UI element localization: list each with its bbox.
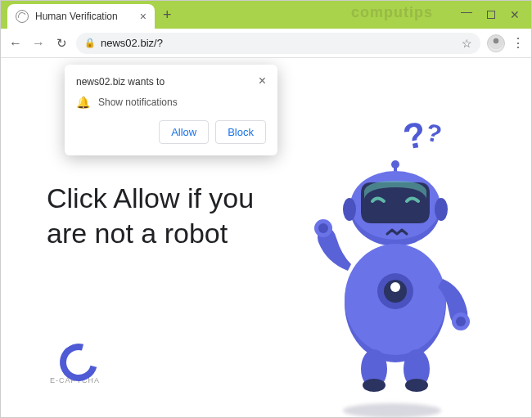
headline-text: Click Allow if you are not a robot xyxy=(47,181,259,250)
lock-icon: 🔒 xyxy=(84,38,96,48)
svg-point-17 xyxy=(363,379,385,392)
globe-icon xyxy=(16,10,29,23)
svg-point-4 xyxy=(343,198,356,221)
svg-point-5 xyxy=(435,198,448,221)
notification-text: Show notifications xyxy=(98,97,178,108)
new-tab-button[interactable]: + xyxy=(163,7,172,24)
allow-button[interactable]: Allow xyxy=(159,120,209,144)
toolbar: ← → ↻ 🔒 news02.biz/? ☆ ⋮ xyxy=(1,29,531,58)
question-marks: ? ? xyxy=(404,115,441,156)
svg-point-18 xyxy=(405,379,428,392)
titlebar: Human Verification × + computips — ✕ xyxy=(1,1,531,29)
svg-point-14 xyxy=(456,317,466,326)
ecaptcha-logo-icon xyxy=(61,345,89,373)
notification-permission-dialog: news02.biz wants to × 🔔 Show notificatio… xyxy=(65,65,277,155)
block-button[interactable]: Block xyxy=(215,120,266,144)
tab-title: Human Verification xyxy=(35,11,140,22)
close-window-button[interactable]: ✕ xyxy=(510,9,520,20)
notification-origin: news02.biz wants to xyxy=(76,76,259,88)
minimize-button[interactable]: — xyxy=(461,6,472,17)
close-dialog-icon[interactable]: × xyxy=(259,76,266,87)
window-controls: — ✕ xyxy=(461,1,526,29)
svg-point-10 xyxy=(390,282,400,292)
robot-svg-icon xyxy=(286,124,498,417)
shadow xyxy=(343,403,441,417)
profile-avatar[interactable] xyxy=(487,34,505,52)
address-bar[interactable]: 🔒 news02.biz/? ☆ xyxy=(76,33,480,54)
bookmark-star-icon[interactable]: ☆ xyxy=(462,37,472,50)
active-tab[interactable]: Human Verification × xyxy=(7,4,155,29)
watermark-text: computips xyxy=(351,4,433,21)
url-text: news02.biz/? xyxy=(101,37,163,49)
robot-illustration: ? ? xyxy=(286,124,498,417)
question-mark-icon: ? xyxy=(423,118,444,148)
bell-icon: 🔔 xyxy=(76,96,90,109)
reload-button[interactable]: ↻ xyxy=(53,36,70,51)
browser-window: Human Verification × + computips — ✕ ← →… xyxy=(0,0,532,418)
menu-button[interactable]: ⋮ xyxy=(512,35,525,51)
maximize-button[interactable] xyxy=(487,11,495,19)
forward-button[interactable]: → xyxy=(30,36,47,51)
back-button[interactable]: ← xyxy=(7,36,24,51)
svg-point-12 xyxy=(318,223,328,233)
close-tab-icon[interactable]: × xyxy=(140,10,147,23)
ecaptcha-badge: E-CAPTCHA xyxy=(50,345,100,384)
page-content: news02.biz wants to × 🔔 Show notificatio… xyxy=(1,58,531,417)
